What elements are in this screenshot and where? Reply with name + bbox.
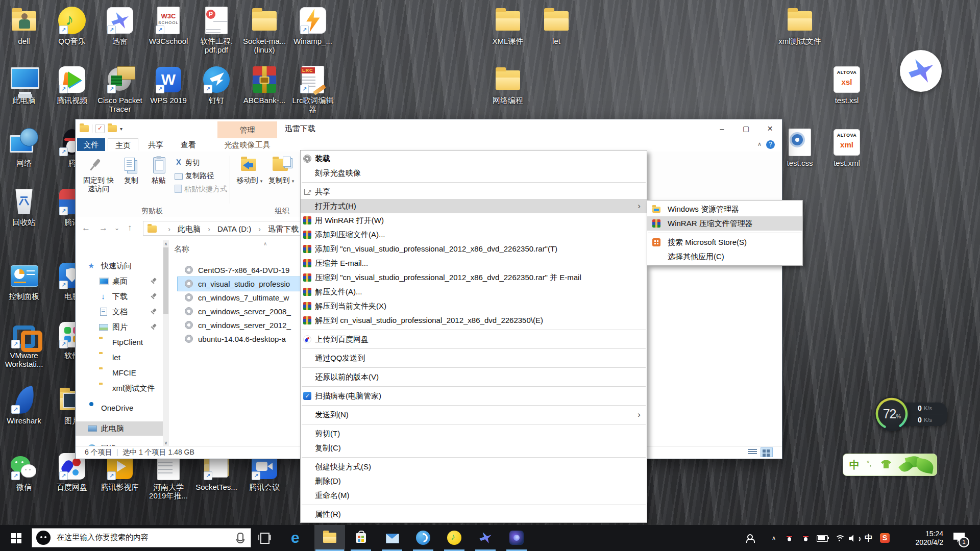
- desktop-icon-this-pc[interactable]: 此电脑: [1, 65, 47, 105]
- pin-to-quick-access-button[interactable]: 固定到 快速访问: [81, 155, 116, 204]
- taskbar-app-explorer[interactable]: [314, 525, 345, 551]
- manage-contextual-group[interactable]: 管理: [217, 121, 277, 138]
- desktop-icon-wechat[interactable]: ↗ 微信: [1, 452, 47, 491]
- large-icons-view-button[interactable]: [761, 447, 773, 457]
- maximize-button[interactable]: ▢: [734, 119, 758, 138]
- desktop-icon-control-panel[interactable]: 控制面板: [1, 261, 47, 300]
- menu-item-send-via-qq[interactable]: 通过QQ发送到: [301, 351, 647, 365]
- taskbar-app-mail[interactable]: [377, 525, 407, 551]
- desktop-icon-xml-test-folder[interactable]: xml测试文件: [776, 6, 823, 45]
- taskbar-search-box[interactable]: 在这里输入你要搜索的内容: [32, 528, 251, 547]
- taskbar-app-qq-browser[interactable]: [408, 525, 438, 551]
- menu-item-properties[interactable]: 属性(R): [301, 507, 647, 521]
- taskbar-app-store[interactable]: [346, 525, 376, 551]
- breadcrumb-thunder-downloads[interactable]: 迅雷下载: [268, 224, 299, 233]
- taskbar-app-galaxy[interactable]: [501, 525, 532, 551]
- sidebar-item-documents[interactable]: 文档: [76, 305, 163, 319]
- menu-item-rename[interactable]: 重命名(M): [301, 488, 647, 503]
- sidebar-item-quick-access[interactable]: ★快速访问: [76, 259, 163, 273]
- ime-mode-chinese[interactable]: 中: [849, 458, 860, 472]
- menu-item-share[interactable]: 共享: [301, 185, 647, 199]
- details-view-button[interactable]: [746, 447, 758, 457]
- menu-item-compress-and-email[interactable]: 压缩并 E-mail...: [301, 256, 647, 270]
- menu-item-upload-to-baidu[interactable]: 上传到百度网盘: [301, 332, 647, 346]
- desktop-icon-test-xsl[interactable]: ALTOVA xsl test.xsl: [823, 65, 870, 105]
- desktop-icon-winamp[interactable]: ↗ Winamp_...: [289, 6, 336, 45]
- desktop-icon-test-css[interactable]: test.css: [776, 128, 823, 167]
- taskbar-app-qq-music[interactable]: [439, 525, 470, 551]
- tab-view[interactable]: 查看: [174, 138, 203, 151]
- sidebar-item-let[interactable]: let: [76, 350, 163, 365]
- desktop-icon-qqmusic[interactable]: ↗ QQ音乐: [48, 6, 95, 45]
- menu-item-mount[interactable]: 装载: [301, 152, 647, 166]
- menu-item-copy[interactable]: 复制(C): [301, 441, 647, 455]
- paste-button[interactable]: 粘贴: [146, 155, 172, 204]
- menu-item-cut[interactable]: 剪切(T): [301, 427, 647, 441]
- column-header-name[interactable]: 名称: [174, 244, 189, 254]
- sidebar-item-ftpclient[interactable]: FtpClient: [76, 335, 163, 349]
- task-view-button[interactable]: [258, 532, 271, 544]
- menu-item-add-to-named-archive[interactable]: 添加到 "cn_visual_studio_professional_2012_…: [301, 242, 647, 256]
- desktop-icon-thunder[interactable]: ↗ 迅雷: [96, 6, 143, 45]
- back-icon[interactable]: ←: [82, 223, 90, 233]
- desktop-icon-pdf[interactable]: P 软件工程. pdf.pdf: [193, 6, 240, 54]
- desktop-icon-lrc-editor[interactable]: LRC ↗ Lrc歌词编辑器: [289, 65, 336, 113]
- sogou-ime-bar[interactable]: 中 °,: [843, 454, 937, 476]
- tab-disc-image-tools[interactable]: 光盘映像工具: [217, 138, 277, 151]
- menu-item-compress-to-named-and-email[interactable]: 压缩到 "cn_visual_studio_professional_2012_…: [301, 270, 647, 285]
- submenu-item-winrar[interactable]: WinRAR 压缩文件管理器: [647, 216, 802, 231]
- menu-item-open-with[interactable]: 打开方式(H)›: [301, 199, 647, 213]
- new-folder-icon[interactable]: [108, 125, 117, 132]
- scroll-up-icon[interactable]: ∧: [163, 241, 169, 246]
- tab-home[interactable]: 主页: [108, 138, 138, 151]
- desktop-icon-recycle-bin[interactable]: 回收站: [1, 187, 47, 227]
- menu-item-send-to[interactable]: 发送到(N)›: [301, 408, 647, 422]
- qat-dropdown-icon[interactable]: ▾: [120, 126, 122, 132]
- sidebar-item-pictures[interactable]: 图片: [76, 320, 163, 334]
- sidebar-scrollbar[interactable]: ∧ ∨: [163, 240, 169, 446]
- tray-clock[interactable]: 15:24 2020/4/2: [896, 530, 943, 551]
- battery-percent-gauge[interactable]: 72%: [874, 396, 909, 431]
- submenu-item-search-store[interactable]: 搜索 Microsoft Store(S): [647, 235, 802, 249]
- help-icon[interactable]: ?: [766, 140, 775, 149]
- desktop-icon-socket-folder[interactable]: Socket-ma... (linux): [241, 6, 288, 54]
- quick-access-toolbar[interactable]: ✓ ▾: [80, 123, 122, 134]
- scroll-down-icon[interactable]: ∨: [163, 440, 169, 445]
- menu-item-restore-previous-versions[interactable]: 还原以前的版本(V): [301, 370, 647, 384]
- desktop-icon-vmware[interactable]: ↗ VMware Workstati...: [1, 320, 47, 368]
- sidebar-item-onedrive[interactable]: OneDrive: [76, 401, 163, 415]
- menu-item-add-to-archive[interactable]: 添加到压缩文件(A)...: [301, 228, 647, 242]
- forward-icon[interactable]: →: [99, 223, 108, 233]
- desktop-icon-let[interactable]: let: [533, 6, 580, 45]
- copy-to-button[interactable]: 复制到 ▾: [266, 155, 296, 204]
- sidebar-item-xml-test[interactable]: xml测试文件: [76, 381, 163, 395]
- menu-item-burn-disc-image[interactable]: 刻录光盘映像: [301, 166, 647, 180]
- desktop-icon-henu-doc[interactable]: 河南大学 2019年推...: [145, 452, 192, 500]
- properties-check-icon[interactable]: ✓: [95, 124, 105, 133]
- ribbon-collapse-icon[interactable]: ∧: [757, 141, 762, 147]
- scrollbar-thumb[interactable]: [163, 247, 168, 314]
- menu-item-extract-here[interactable]: 解压到当前文件夹(X): [301, 299, 647, 313]
- ime-skin-icon[interactable]: [881, 460, 891, 468]
- sidebar-item-mfcie[interactable]: MFCIE: [76, 366, 163, 380]
- move-to-button[interactable]: 移动到 ▾: [235, 155, 264, 204]
- desktop-icon-wps[interactable]: W↗ WPS 2019: [145, 65, 192, 105]
- menu-item-scan-virus[interactable]: ✓扫描病毒(电脑管家): [301, 389, 647, 403]
- desktop-icon-tencent-video[interactable]: ↗ 腾讯视频: [48, 65, 95, 105]
- menu-item-extract-files[interactable]: 解压文件(A)...: [301, 285, 647, 299]
- menu-item-extract-to-folder[interactable]: 解压到 cn_visual_studio_professional_2012_x…: [301, 313, 647, 328]
- tray-ime-indicator[interactable]: 中: [865, 525, 873, 551]
- thunder-floating-button[interactable]: [900, 50, 942, 92]
- breadcrumb-this-pc[interactable]: 此电脑: [178, 224, 201, 233]
- close-button[interactable]: ✕: [758, 119, 782, 138]
- taskbar-app-edge[interactable]: e: [283, 525, 314, 551]
- sidebar-item-desktop[interactable]: 桌面: [76, 274, 163, 288]
- desktop-icon-network-programming[interactable]: 网络编程: [484, 65, 531, 105]
- desktop-icon-w3cschool[interactable]: W3C SCHOOL ↗ W3Cschool: [145, 6, 192, 45]
- desktop-icon-test-xml[interactable]: ALTOVA xml test.xml: [823, 128, 870, 167]
- recent-locations-icon[interactable]: ⌄: [114, 224, 119, 232]
- submenu-item-windows-explorer[interactable]: Windows 资源管理器: [647, 202, 802, 216]
- desktop-icon-abcbank-rar[interactable]: ABCBank-...: [241, 65, 288, 105]
- tray-hidden-icons-button[interactable]: ∧: [772, 525, 776, 551]
- sidebar-item-downloads[interactable]: ↓下载: [76, 289, 163, 304]
